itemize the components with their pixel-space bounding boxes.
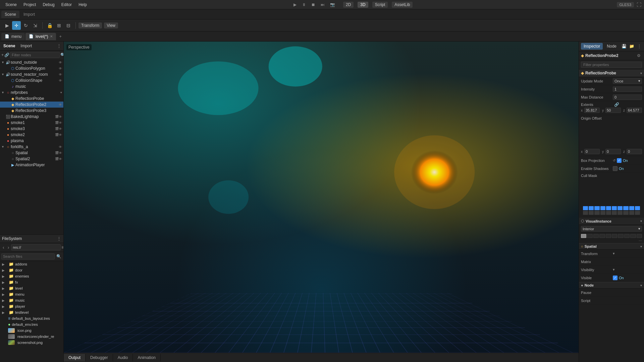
smoke2-vis[interactable]: 👁 bbox=[59, 133, 62, 137]
tree-node-reflectionprobe1[interactable]: ◆ ReflectionProbe bbox=[0, 96, 63, 102]
cull-cell-10[interactable] bbox=[635, 206, 640, 210]
search-nodes-btn[interactable]: 🔍 bbox=[60, 52, 63, 58]
cull-cell-20[interactable] bbox=[635, 211, 640, 215]
visible-checkbox[interactable]: ✓ bbox=[613, 276, 618, 280]
layer-10[interactable] bbox=[637, 234, 642, 238]
node-section[interactable]: ● Node ▾ bbox=[579, 282, 644, 289]
update-mode-dropdown[interactable]: Once ▾ bbox=[613, 78, 642, 84]
fs-forward-btn[interactable]: › bbox=[6, 244, 11, 250]
intensity-input[interactable] bbox=[613, 86, 642, 92]
sound-reactor-vis[interactable]: 👁 bbox=[59, 73, 62, 76]
view-label[interactable]: View bbox=[104, 22, 118, 28]
tree-node-music[interactable]: ♪ music bbox=[0, 83, 63, 89]
layer-8[interactable] bbox=[624, 234, 630, 238]
snap-btn[interactable]: ⊞ bbox=[55, 21, 63, 30]
menu-editor[interactable]: Editor bbox=[59, 2, 74, 8]
scale-tool[interactable]: ⇲ bbox=[31, 21, 40, 30]
fs-layout-btn[interactable]: ≡ bbox=[61, 244, 63, 251]
move-tool[interactable]: ✛ bbox=[12, 21, 21, 30]
tab-level-close[interactable]: ✕ bbox=[50, 35, 53, 38]
box-projection-reset-icon[interactable]: ↺ bbox=[613, 159, 615, 162]
collisionpolygon-vis[interactable]: 👁 bbox=[59, 67, 62, 70]
cull-cell-8[interactable] bbox=[623, 206, 628, 210]
interior-dropdown[interactable]: Interior ▾ bbox=[581, 226, 642, 232]
collisionshape-vis[interactable]: 👁 bbox=[59, 79, 62, 82]
add-node-btn[interactable]: + bbox=[1, 52, 4, 58]
fs-file-default-bus[interactable]: ≡ default_bus_layout.tres bbox=[0, 315, 63, 321]
cull-cell-1[interactable] bbox=[583, 206, 588, 210]
cull-cell-14[interactable] bbox=[600, 211, 605, 215]
visibility-dropdown-arrow[interactable]: ▾ bbox=[613, 267, 615, 272]
cull-cell-4[interactable] bbox=[600, 206, 605, 210]
refprobes-arrow[interactable]: ▾ bbox=[60, 91, 62, 94]
fs-folder-enemies[interactable]: ▶ 📁 enemies bbox=[0, 273, 63, 279]
menu-help[interactable]: Help bbox=[76, 2, 90, 8]
fs-file-screenshot[interactable]: screenshot.png bbox=[0, 340, 63, 346]
inspector-more-btn[interactable]: ⋮ bbox=[636, 43, 643, 50]
fullscreen-btn[interactable]: ⛶ bbox=[637, 2, 641, 7]
tab-add-btn[interactable]: + bbox=[57, 33, 64, 40]
menu-project[interactable]: Project bbox=[21, 2, 39, 8]
tree-node-spatial[interactable]: ○ Spatial 🎬 👁 bbox=[0, 150, 63, 156]
cull-cell-19[interactable] bbox=[629, 211, 634, 215]
smoke3-vis[interactable]: 👁 bbox=[59, 127, 62, 131]
inspector-node-settings-btn[interactable]: ⚙ bbox=[635, 52, 642, 59]
tree-node-forklifts_a[interactable]: ▼ ○ forklifts_a 👁 bbox=[0, 144, 63, 150]
fs-file-default-env[interactable]: ● default_env.tres bbox=[0, 321, 63, 327]
tab-menu[interactable]: 📄 menu bbox=[1, 33, 25, 40]
tree-node-smoke2[interactable]: ● smoke2 🎬 👁 bbox=[0, 132, 63, 138]
tree-node-smoke1[interactable]: ● smoke1 🎬 👁 bbox=[0, 120, 63, 126]
tree-node-sound_outside[interactable]: ▼ 🔊 sound_outside 👁 bbox=[0, 59, 63, 65]
enable-shadows-toggle[interactable]: On bbox=[613, 166, 624, 171]
fs-folder-player[interactable]: ▶ 📁 player bbox=[0, 303, 63, 309]
lock-btn[interactable]: 🔒 bbox=[45, 21, 54, 30]
filter-nodes-input[interactable] bbox=[10, 52, 60, 58]
import-tab[interactable]: Import bbox=[19, 43, 33, 49]
fs-folder-level[interactable]: ▶ 📁 level bbox=[0, 285, 63, 291]
fs-search-btn[interactable]: 🔍 bbox=[55, 253, 62, 260]
sound-outside-vis[interactable]: 👁 bbox=[59, 61, 62, 64]
tree-node-bakedlightmap[interactable]: ⬛ BakedLightmap 🎬 👁 bbox=[0, 114, 63, 120]
layer-9[interactable] bbox=[630, 234, 636, 238]
bottom-tab-output[interactable]: Output bbox=[64, 354, 86, 361]
layers-grid[interactable] bbox=[581, 234, 642, 238]
origin-y-input[interactable] bbox=[605, 149, 621, 154]
cull-cell-5[interactable] bbox=[606, 206, 611, 210]
fs-folder-testlevel[interactable]: ▶ 📁 testlevel bbox=[0, 309, 63, 315]
mode-2d[interactable]: 2D bbox=[343, 2, 354, 8]
tree-node-refprobes[interactable]: ▼ ○ refprobes ▾ bbox=[0, 89, 63, 96]
spatial2-vis[interactable]: 👁 bbox=[59, 157, 62, 161]
mode-assetlib[interactable]: AssetLib bbox=[392, 2, 413, 8]
layers-more-btn[interactable]: … bbox=[581, 238, 642, 242]
bottom-tab-debugger[interactable]: Debugger bbox=[86, 354, 113, 361]
forklifts-vis[interactable]: 👁 bbox=[59, 145, 62, 149]
cull-cell-15[interactable] bbox=[606, 211, 611, 215]
workspace-import-tab[interactable]: Import bbox=[20, 11, 38, 18]
fs-folder-music[interactable]: ▶ 📁 music bbox=[0, 297, 63, 303]
fs-file-reactor[interactable]: reactorcorecylinder_re bbox=[0, 334, 63, 340]
smoke1-vis[interactable]: 👁 bbox=[59, 121, 62, 125]
fs-file-icon-png[interactable]: icon.png bbox=[0, 327, 63, 334]
cull-cell-7[interactable] bbox=[618, 206, 623, 210]
tree-node-reflectionprobe3[interactable]: ◆ ReflectionProbe3 bbox=[0, 108, 63, 114]
origin-x-input[interactable] bbox=[584, 149, 600, 154]
rotate-tool[interactable]: ↻ bbox=[21, 21, 30, 30]
layer-3[interactable] bbox=[593, 234, 599, 238]
box-projection-toggle[interactable]: ↺ ✓ On bbox=[613, 158, 628, 163]
max-distance-input[interactable] bbox=[613, 95, 642, 100]
link-node-btn[interactable]: 🔗 bbox=[4, 52, 9, 58]
box-projection-checkbox[interactable]: ✓ bbox=[617, 158, 622, 163]
visible-toggle[interactable]: ✓ On bbox=[613, 276, 624, 280]
inspector-save-btn[interactable]: 💾 bbox=[621, 43, 627, 50]
bottom-tab-animation[interactable]: Animation bbox=[133, 354, 160, 361]
layer-4[interactable] bbox=[599, 234, 605, 238]
tree-node-sound_reactor[interactable]: ▼ 🔊 sound_reactor_room 👁 bbox=[0, 71, 63, 77]
transform-label[interactable]: Transform bbox=[78, 22, 102, 28]
select-tool[interactable]: ▶ bbox=[3, 21, 11, 30]
inspector-filter-input[interactable] bbox=[581, 62, 642, 68]
fs-folder-addons[interactable]: ▶ 📁 addons bbox=[0, 261, 63, 267]
menu-scene[interactable]: Scene bbox=[3, 2, 19, 8]
tree-node-collisionpolygon[interactable]: ⬡ CollisionPolygon 👁 bbox=[0, 65, 63, 71]
shadows-checkbox[interactable] bbox=[613, 166, 618, 171]
fs-folder-door[interactable]: ▶ 📁 door bbox=[0, 267, 63, 273]
